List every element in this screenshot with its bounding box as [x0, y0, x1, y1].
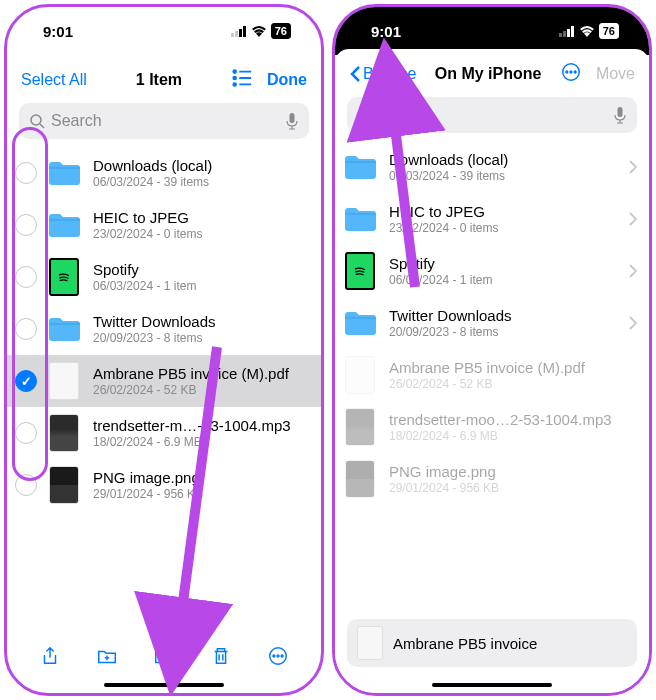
file-thumb [357, 626, 383, 660]
svg-rect-1 [235, 31, 238, 37]
file-row[interactable]: HEIC to JPEG23/02/2024 - 0 items [335, 193, 649, 245]
select-radio[interactable] [15, 318, 37, 340]
search-icon [29, 113, 45, 129]
file-name: Ambrane PB5 invoice (M).pdf [389, 359, 637, 376]
battery-icon: 76 [271, 23, 291, 39]
move-confirm-button[interactable]: Move [596, 65, 635, 83]
file-name: Twitter Downloads [93, 313, 309, 330]
wifi-icon [579, 25, 595, 37]
file-name: HEIC to JPEG [389, 203, 629, 220]
file-row: Ambrane PB5 invoice (M).pdf26/02/2024 - … [335, 349, 649, 401]
svg-line-30 [368, 118, 372, 122]
search-field[interactable]: Search [347, 97, 637, 133]
svg-rect-22 [563, 31, 566, 37]
mic-icon[interactable] [613, 106, 627, 124]
view-mode-button[interactable] [231, 67, 253, 93]
nav-bar: Select All 1 Item Done [7, 55, 321, 99]
delete-button[interactable] [210, 645, 232, 671]
share-button[interactable] [39, 645, 61, 671]
status-bar: 9:01 76 [335, 7, 649, 55]
svg-rect-31 [618, 107, 623, 117]
select-radio[interactable] [15, 370, 37, 392]
file-meta: 20/09/2023 - 8 items [389, 325, 629, 339]
phone-left: 9:01 76 Select All 1 Item Done Search Do… [4, 4, 324, 696]
svg-point-10 [31, 115, 41, 125]
nav-title: 1 Item [136, 71, 182, 89]
file-name: Downloads (local) [93, 157, 309, 174]
file-meta: 06/03/2024 - 1 item [389, 273, 629, 287]
file-meta: 26/02/2024 - 52 KB [93, 383, 309, 397]
file-name: PNG image.png [389, 463, 637, 480]
svg-point-19 [282, 655, 284, 657]
bottom-toolbar [7, 635, 321, 681]
file-name: HEIC to JPEG [93, 209, 309, 226]
chevron-right-icon [629, 212, 637, 226]
moving-item-bar: Ambrane PB5 invoice [347, 619, 637, 667]
file-meta: 29/01/2024 - 956 KB [389, 481, 637, 495]
select-radio[interactable] [15, 474, 37, 496]
chevron-left-icon [349, 65, 361, 83]
file-list: Downloads (local)06/03/2024 - 39 itemsHE… [7, 147, 321, 511]
select-radio[interactable] [15, 266, 37, 288]
status-icons: 76 [559, 23, 619, 39]
search-icon [357, 107, 373, 123]
svg-point-18 [277, 655, 279, 657]
svg-rect-21 [559, 33, 562, 37]
home-indicator[interactable] [104, 683, 224, 687]
battery-icon: 76 [599, 23, 619, 39]
more-button[interactable] [267, 645, 289, 671]
svg-point-28 [574, 71, 576, 73]
move-button[interactable] [153, 645, 175, 671]
svg-rect-3 [243, 26, 246, 37]
nav-bar: Browse On My iPhone Move [335, 49, 649, 93]
back-button[interactable]: Browse [349, 65, 416, 83]
file-row[interactable]: HEIC to JPEG23/02/2024 - 0 items [7, 199, 321, 251]
file-row[interactable]: Ambrane PB5 invoice (M).pdf26/02/2024 - … [7, 355, 321, 407]
nav-title: On My iPhone [435, 65, 542, 83]
svg-rect-24 [571, 26, 574, 37]
search-field[interactable]: Search [19, 103, 309, 139]
svg-line-11 [40, 124, 44, 128]
new-folder-button[interactable] [96, 645, 118, 671]
svg-point-17 [273, 655, 275, 657]
file-meta: 26/02/2024 - 52 KB [389, 377, 637, 391]
mic-icon[interactable] [285, 112, 299, 130]
file-row[interactable]: Spotify06/03/2024 - 1 item [7, 251, 321, 303]
status-icons: 76 [231, 23, 291, 39]
svg-rect-0 [231, 33, 234, 37]
file-name: Ambrane PB5 invoice (M).pdf [93, 365, 309, 382]
select-all-button[interactable]: Select All [21, 71, 87, 89]
file-row[interactable]: Downloads (local)06/03/2024 - 39 items [335, 141, 649, 193]
svg-rect-2 [239, 29, 242, 37]
file-list: Downloads (local)06/03/2024 - 39 itemsHE… [335, 141, 649, 505]
file-name: PNG image.png [93, 469, 309, 486]
file-row: PNG image.png29/01/2024 - 956 KB [335, 453, 649, 505]
svg-rect-12 [290, 113, 295, 123]
select-radio[interactable] [15, 214, 37, 236]
done-button[interactable]: Done [267, 71, 307, 89]
status-time: 9:01 [371, 23, 401, 40]
status-bar: 9:01 76 [7, 7, 321, 55]
select-radio[interactable] [15, 162, 37, 184]
search-placeholder: Search [51, 112, 102, 130]
file-row[interactable]: PNG image.png29/01/2024 - 956 KB [7, 459, 321, 511]
file-row[interactable]: Twitter Downloads20/09/2023 - 8 items [7, 303, 321, 355]
svg-point-27 [570, 71, 572, 73]
select-radio[interactable] [15, 422, 37, 444]
svg-point-8 [233, 83, 236, 86]
more-button[interactable] [560, 61, 582, 87]
svg-point-4 [233, 70, 236, 73]
home-indicator[interactable] [432, 683, 552, 687]
file-meta: 29/01/2024 - 956 KB [93, 487, 309, 501]
cellular-icon [231, 26, 247, 37]
svg-point-29 [359, 109, 369, 119]
file-name: Downloads (local) [389, 151, 629, 168]
file-row[interactable]: Twitter Downloads20/09/2023 - 8 items [335, 297, 649, 349]
file-meta: 06/03/2024 - 39 items [389, 169, 629, 183]
file-name: trendsetter-moo…2-53-1004.mp3 [389, 411, 637, 428]
file-row[interactable]: trendsetter-m…-53-1004.mp318/02/2024 - 6… [7, 407, 321, 459]
file-row[interactable]: Downloads (local)06/03/2024 - 39 items [7, 147, 321, 199]
file-meta: 20/09/2023 - 8 items [93, 331, 309, 345]
file-meta: 18/02/2024 - 6.9 MB [389, 429, 637, 443]
file-row[interactable]: Spotify06/03/2024 - 1 item [335, 245, 649, 297]
